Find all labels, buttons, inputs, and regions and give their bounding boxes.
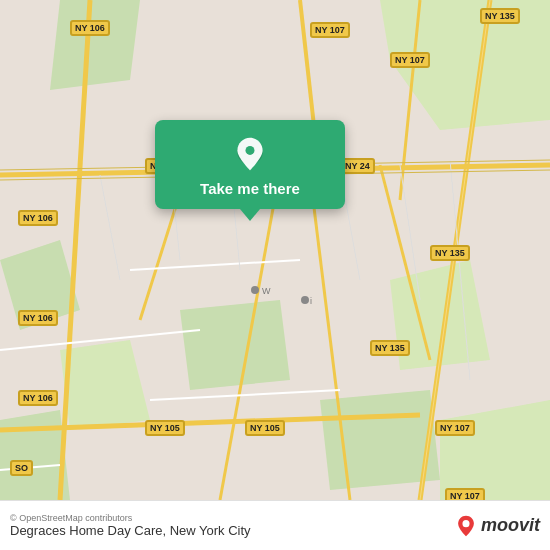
svg-point-37 — [246, 146, 255, 155]
route-badge-ny107-top-center: NY 107 — [310, 22, 350, 38]
svg-marker-7 — [440, 400, 550, 500]
svg-text:W: W — [262, 286, 271, 296]
route-badge-ny106-top-left: NY 106 — [70, 20, 110, 36]
route-badge-ny135-top-right: NY 135 — [480, 8, 520, 24]
svg-marker-3 — [60, 340, 150, 430]
route-badge-ny105-bottom-center: NY 105 — [245, 420, 285, 436]
route-badge-ny24-center-right: NY 24 — [340, 158, 375, 174]
route-badge-ny106-lower-left: NY 106 — [18, 310, 58, 326]
popup-button-label[interactable]: Take me there — [200, 180, 300, 197]
route-badge-ny135-mid-right: NY 135 — [430, 245, 470, 261]
route-badge-ny106-mid-left: NY 106 — [18, 210, 58, 226]
route-badge-ny106-bottom-left: NY 106 — [18, 390, 58, 406]
svg-marker-0 — [50, 0, 140, 90]
route-badge-ny107-bottom-right2: NY 107 — [445, 488, 485, 500]
svg-point-34 — [301, 296, 309, 304]
moovit-pin-icon — [455, 515, 477, 537]
location-name: Degraces Home Day Care, New York City — [10, 523, 449, 538]
svg-line-24 — [100, 175, 120, 280]
route-badge-ny107-lower-right: NY 107 — [435, 420, 475, 436]
moovit-brand-text: moovit — [481, 515, 540, 536]
svg-line-21 — [130, 260, 300, 270]
route-badge-ny107-top-right: NY 107 — [390, 52, 430, 68]
route-badge-ny105-bottom-left: NY 105 — [145, 420, 185, 436]
location-pin-icon — [232, 136, 268, 172]
svg-point-38 — [462, 520, 469, 527]
svg-line-22 — [150, 390, 340, 400]
route-badge-ny135-lower-right: NY 135 — [370, 340, 410, 356]
bottom-bar: © OpenStreetMap contributors Degraces Ho… — [0, 500, 550, 550]
take-me-there-popup[interactable]: Take me there — [155, 120, 345, 209]
map-view: W i NY 106NY 135NY 107NY 107NY 24NY 24NY… — [0, 0, 550, 500]
svg-point-32 — [251, 286, 259, 294]
svg-text:i: i — [310, 296, 312, 306]
svg-marker-4 — [180, 300, 290, 390]
copyright-text: © OpenStreetMap contributors — [10, 513, 449, 523]
moovit-logo: moovit — [455, 515, 540, 537]
route-badge-so-bottom-left: SO — [10, 460, 33, 476]
